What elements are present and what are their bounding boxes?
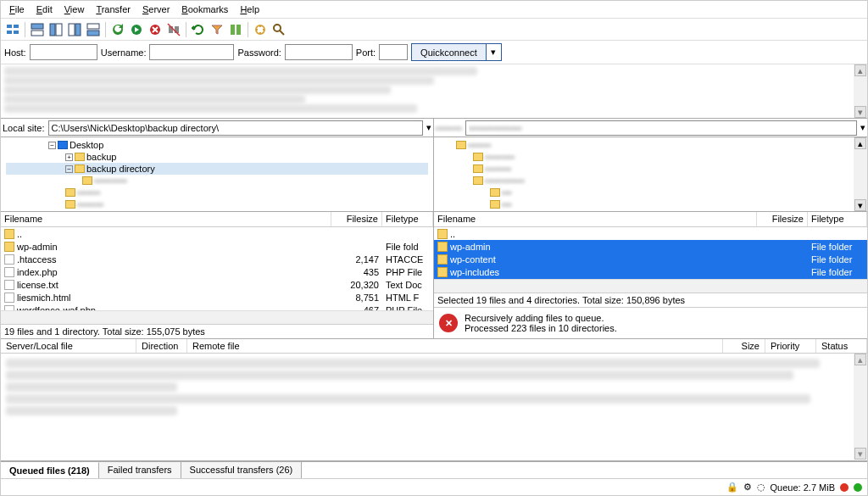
menu-file[interactable]: FFileile [4, 3, 30, 16]
host-label: Host: [4, 47, 26, 58]
menubar: FFileile Edit View Transfer Server Bookm… [1, 1, 867, 19]
svg-rect-1 [14, 25, 19, 28]
sync-browse-icon[interactable] [252, 21, 269, 38]
toggle-queue-icon[interactable] [85, 21, 102, 38]
remote-list-header[interactable]: Filename Filesize Filetype [434, 212, 867, 227]
local-path-input[interactable] [48, 120, 423, 136]
menu-help[interactable]: Help [235, 3, 264, 16]
file-row[interactable]: .. [1, 227, 433, 240]
file-row[interactable]: wp-adminFile folder [434, 240, 867, 253]
queue-tabs: Queued files (218) Failed transfers Succ… [1, 461, 867, 478]
password-input[interactable] [285, 44, 353, 60]
local-site-label: Local site: [3, 123, 45, 133]
file-row[interactable]: index.php435PHP File [1, 265, 433, 278]
search-icon[interactable] [270, 21, 287, 38]
site-manager-icon[interactable] [4, 21, 21, 38]
col-filesize: Filesize [331, 212, 382, 226]
svg-rect-0 [7, 25, 12, 28]
port-label: Port: [356, 47, 376, 58]
quickconnect-bar: Host: Username: Password: Port: Quickcon… [1, 41, 867, 64]
menu-server[interactable]: Server [137, 3, 175, 16]
svg-rect-4 [31, 24, 43, 29]
local-hscroll[interactable] [1, 310, 433, 324]
menu-view[interactable]: View [59, 3, 90, 16]
password-label: Password: [237, 47, 281, 58]
remote-hscroll[interactable] [434, 279, 867, 293]
remote-status: Selected 19 files and 4 directories. Tot… [434, 293, 867, 307]
chevron-down-icon[interactable]: ▾ [426, 122, 431, 133]
message-log: ▴▾ [1, 64, 867, 119]
tab-failed[interactable]: Failed transfers [99, 462, 181, 478]
local-list-header[interactable]: Filename Filesize Filetype [1, 212, 433, 227]
remote-tree[interactable]: ▪▪▪▪▪▪▪ ▪▪▪▪▪▪▪▪▪ ▪▪▪▪▪▪▪▪ ▪▪▪▪▪▪▪▪▪▪▪▪ … [434, 137, 867, 212]
log-scrollbar[interactable]: ▴▾ [854, 64, 867, 118]
file-row[interactable]: .. [434, 227, 867, 240]
queue-scroll[interactable]: ▴▾ [854, 354, 867, 460]
toggle-tree-icon[interactable] [47, 21, 64, 38]
stop-icon: ✕ [439, 314, 458, 332]
col-filetype: Filetype [808, 212, 867, 226]
file-row[interactable]: wp-includesFile folder [434, 265, 867, 278]
remote-tree-scroll[interactable]: ▴▾ [854, 137, 867, 211]
toggle-log-icon[interactable] [29, 21, 46, 38]
file-row[interactable]: wp-snapshotsFile folder [434, 278, 867, 279]
compare-icon[interactable] [227, 21, 244, 38]
col-filesize: Filesize [757, 212, 808, 226]
svg-point-19 [274, 25, 281, 31]
col-filename: Filename [434, 212, 757, 226]
queue-list[interactable]: ▴▾ [1, 354, 867, 460]
svg-rect-6 [50, 24, 55, 36]
file-row[interactable]: license.txt20,320Text Doc [1, 278, 433, 291]
disconnect-icon[interactable] [165, 21, 182, 38]
svg-rect-11 [87, 31, 99, 36]
svg-rect-16 [231, 25, 235, 35]
port-input[interactable] [379, 44, 408, 60]
process-queue-icon[interactable] [128, 21, 145, 38]
transfer-queue: Server/Local file Direction Remote file … [1, 339, 867, 461]
menu-transfer[interactable]: Transfer [91, 3, 136, 16]
svg-rect-7 [56, 24, 62, 36]
chevron-down-icon[interactable]: ▾ [860, 122, 865, 133]
local-tree[interactable]: −Desktop +backup −backup directory ▪▪▪▪▪… [1, 137, 433, 212]
toggle-remote-tree-icon[interactable] [66, 21, 83, 38]
lock-icon: 🔒 [726, 482, 738, 493]
local-file-list[interactable]: ..wp-adminFile fold.htaccess2,147HTACCEi… [1, 227, 433, 310]
tab-queued[interactable]: Queued files (218) [1, 462, 99, 478]
file-row[interactable]: .htaccess2,147HTACCE [1, 253, 433, 265]
statusbar: 🔒 ⚙ ◌ Queue: 2.7 MiB [1, 478, 867, 495]
gear-icon[interactable]: ⚙ [743, 482, 752, 493]
menu-edit[interactable]: Edit [31, 3, 58, 16]
svg-rect-3 [14, 31, 19, 34]
remote-queue-msg: ✕ Recursively adding files to queue. Pro… [434, 307, 867, 338]
username-input[interactable] [149, 44, 234, 60]
local-pane: Local site: ▾ −Desktop +backup −backup d… [1, 119, 434, 338]
status-dot-green [854, 483, 862, 492]
svg-rect-9 [75, 24, 81, 36]
username-label: Username: [101, 47, 147, 58]
cancel-icon[interactable] [147, 21, 164, 38]
tab-successful[interactable]: Successful transfers (26) [181, 462, 303, 478]
col-filename: Filename [1, 212, 331, 226]
remote-path-input[interactable] [465, 120, 857, 136]
file-row[interactable]: wp-contentFile folder [434, 253, 867, 265]
col-filetype: Filetype [382, 212, 433, 226]
quickconnect-dropdown[interactable]: ▾ [487, 43, 502, 61]
reconnect-icon[interactable] [190, 21, 207, 38]
queue-header[interactable]: Server/Local file Direction Remote file … [1, 339, 867, 354]
svg-rect-2 [7, 31, 12, 34]
filter-icon[interactable] [209, 21, 225, 38]
menu-bookmarks[interactable]: Bookmarks [176, 3, 233, 16]
host-input[interactable] [30, 44, 97, 60]
refresh-icon[interactable] [109, 21, 126, 38]
remote-pane: ▪▪▪▪▪▪▪▪ ▾ ▪▪▪▪▪▪▪ ▪▪▪▪▪▪▪▪▪ ▪▪▪▪▪▪▪▪ ▪▪… [434, 119, 867, 338]
remote-file-list[interactable]: ..wp-adminFile folderwp-contentFile fold… [434, 227, 867, 279]
quickconnect-button[interactable]: Quickconnect [411, 43, 487, 61]
svg-rect-8 [69, 24, 75, 36]
idle-icon: ◌ [757, 482, 765, 493]
file-row[interactable]: wordfence-waf.php467PHP File [1, 304, 433, 310]
status-dot-red [840, 483, 849, 492]
svg-rect-17 [236, 25, 241, 35]
file-row[interactable]: liesmich.html8,751HTML F [1, 291, 433, 304]
file-row[interactable]: wp-adminFile fold [1, 240, 433, 253]
svg-rect-10 [87, 24, 99, 29]
